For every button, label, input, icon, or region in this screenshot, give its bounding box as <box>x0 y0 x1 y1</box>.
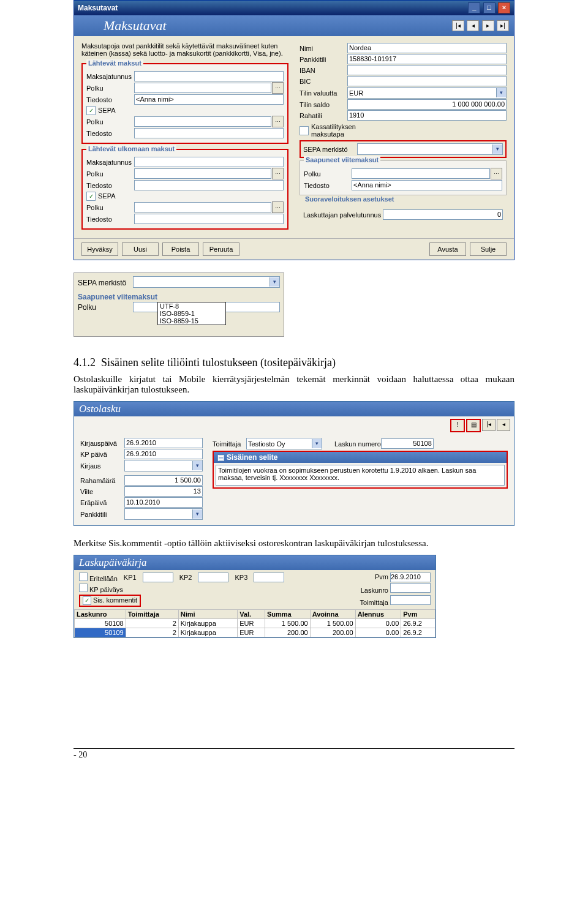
pankkitili-label: Pankkitili <box>80 511 124 518</box>
option[interactable]: UTF-8 <box>158 302 225 310</box>
option[interactable]: ISO-8859-1 <box>158 310 225 317</box>
col-nimi[interactable]: Nimi <box>178 610 237 619</box>
iban-label: IBAN <box>300 67 347 74</box>
option[interactable]: ISO-8859-15 <box>158 317 225 325</box>
sepa-merkisto-highlight: SEPA merkistö▾ <box>300 140 507 158</box>
polku-label: Polku <box>304 170 352 178</box>
peruuta-button[interactable]: Peruuta <box>203 242 239 256</box>
minimize-icon[interactable]: _ <box>468 2 480 13</box>
valuutta-select[interactable]: EUR▾ <box>347 87 507 99</box>
hyvaksy-button[interactable]: Hyväksy <box>81 242 118 256</box>
pankkitili-input[interactable]: 158830-101917 <box>347 54 507 64</box>
tiedosto2-label: Tiedosto <box>86 216 134 223</box>
browse-icon[interactable]: … <box>272 168 284 179</box>
kirjauspaiva-input[interactable]: 26.9.2010 <box>124 438 203 448</box>
sis-kommentit-checkbox[interactable]: ✓ <box>83 596 91 605</box>
nimi-label: Nimi <box>300 45 347 52</box>
avusta-button[interactable]: Avusta <box>429 242 466 256</box>
browse-icon[interactable]: … <box>491 168 502 179</box>
col-alennus[interactable]: Alennus <box>355 610 401 619</box>
browse-icon[interactable]: … <box>272 201 284 213</box>
kp2-input[interactable] <box>198 573 228 582</box>
rahamaara-label: Rahamäärä <box>80 477 124 484</box>
toimittaja-select[interactable]: Testiosto Oy▾ <box>246 438 322 449</box>
polku-input[interactable] <box>134 83 271 93</box>
tiedosto-input[interactable]: <Anna nimi> <box>352 180 502 190</box>
tiedosto-input[interactable]: <Anna nimi> <box>134 94 284 105</box>
col-laskunro[interactable]: Laskunro <box>75 610 126 619</box>
saldo-input[interactable]: 1 000 000 000.00 <box>347 99 507 110</box>
laskupaivakirja-title: Laskupäiväkirja <box>74 555 435 570</box>
section-heading: 4.1.2 Sisäinen selite tiliöinti tulostuk… <box>74 356 514 369</box>
sepa-merkisto-select[interactable]: ▾ <box>357 143 503 155</box>
laskuttaja-input[interactable]: 0 <box>383 209 503 220</box>
laskunro-input[interactable] <box>390 583 431 593</box>
note-icon[interactable]: ▤ <box>466 419 481 432</box>
nav-last-icon[interactable]: ▸| <box>497 20 509 31</box>
nimi-input[interactable]: Nordea <box>347 43 507 53</box>
titlebar[interactable]: Maksutavat _ □ × <box>74 1 514 15</box>
sepa-merkisto-label: SEPA merkistö <box>78 279 133 287</box>
tiedosto2-input[interactable] <box>134 128 284 138</box>
uusi-button[interactable]: Uusi <box>122 242 159 256</box>
nav-first-icon[interactable]: |◂ <box>482 419 496 431</box>
nav-first-icon[interactable]: |◂ <box>452 20 464 31</box>
polku2-input[interactable] <box>134 202 271 212</box>
viite-input[interactable]: 13 <box>124 486 203 497</box>
table-row[interactable]: 501082KirjakauppaEUR1 500.001 500.000.00… <box>75 619 435 628</box>
tiedosto-label: Tiedosto <box>86 182 134 189</box>
chevron-down-icon: ▾ <box>312 439 322 448</box>
lahtevat-ulkomaan-group: Lähtevät ulkomaan maksut Maksajatunnus P… <box>81 149 288 230</box>
maksajatunnus-input[interactable] <box>134 71 284 81</box>
kirjaus-select[interactable]: ▾ <box>124 460 203 471</box>
erapaiva-input[interactable]: 10.10.2010 <box>124 497 203 508</box>
laskuttaja-label: Laskuttajan palvelutunnus <box>303 211 383 219</box>
kassa-checkbox[interactable] <box>300 126 309 135</box>
laskun-numero-label: Laskun numero <box>334 440 381 448</box>
table-row[interactable]: 501092KirjakauppaEUR200.00200.000.0026.9… <box>75 628 435 637</box>
sepa-checkbox[interactable]: ✓ <box>86 192 96 201</box>
rahatili-input[interactable]: 1910 <box>347 110 507 121</box>
rahamaara-input[interactable]: 1 500.00 <box>124 475 203 486</box>
kp1-input[interactable] <box>143 573 173 582</box>
pvm-input[interactable]: 26.9.2010 <box>390 573 431 582</box>
iban-input[interactable] <box>347 65 507 75</box>
sepa-merkisto-select[interactable]: ▾ <box>133 276 280 288</box>
browse-icon[interactable]: … <box>272 82 284 94</box>
maksajatunnus-label: Maksajatunnus <box>86 73 134 80</box>
col-pvm[interactable]: Pvm <box>401 610 435 619</box>
kp3-input[interactable] <box>254 573 284 582</box>
polku-input[interactable] <box>134 168 271 179</box>
browse-icon[interactable]: … <box>272 116 284 127</box>
maksajatunnus-input[interactable] <box>134 157 284 167</box>
kp-paiva-input[interactable]: 26.9.2010 <box>124 449 203 459</box>
polku-input[interactable] <box>352 168 490 179</box>
dropdown-options[interactable]: UTF-8 ISO-8859-1 ISO-8859-15 <box>157 302 226 325</box>
info-icon[interactable]: ! <box>450 419 465 432</box>
close-icon[interactable]: × <box>498 2 510 13</box>
toimittaja-input[interactable] <box>390 595 431 605</box>
nav-next-icon[interactable]: ▸ <box>482 20 494 31</box>
eritellaan-checkbox[interactable] <box>79 573 88 581</box>
maximize-icon[interactable]: □ <box>483 2 496 13</box>
bic-input[interactable] <box>347 76 507 86</box>
laskun-numero-input[interactable]: 50108 <box>381 438 434 449</box>
nav-prev-icon[interactable]: ◂ <box>467 20 479 31</box>
col-val[interactable]: Val. <box>238 610 265 619</box>
page-footer: - 20 <box>74 748 514 760</box>
kp-paivays-checkbox[interactable] <box>79 584 88 592</box>
tiedosto2-input[interactable] <box>134 214 284 224</box>
sepa-checkbox[interactable]: ✓ <box>86 106 96 115</box>
laskupaivakirja-table: Laskunro Toimittaja Nimi Val. Summa Avoi… <box>74 609 435 637</box>
col-toimittaja[interactable]: Toimittaja <box>126 610 178 619</box>
pvm-label: Pvm <box>375 573 388 580</box>
pankkitili-select[interactable]: ▾ <box>124 508 203 520</box>
sisainen-selite-text[interactable]: Toimitilojen vuokraa on sopimukseen peru… <box>216 465 505 486</box>
tiedosto-input[interactable] <box>134 180 284 190</box>
polku2-input[interactable] <box>134 116 271 127</box>
poista-button[interactable]: Poista <box>162 242 199 256</box>
col-summa[interactable]: Summa <box>265 610 310 619</box>
nav-prev-icon[interactable]: ◂ <box>497 419 510 431</box>
sulje-button[interactable]: Sulje <box>470 242 507 256</box>
col-avoinna[interactable]: Avoinna <box>310 610 355 619</box>
